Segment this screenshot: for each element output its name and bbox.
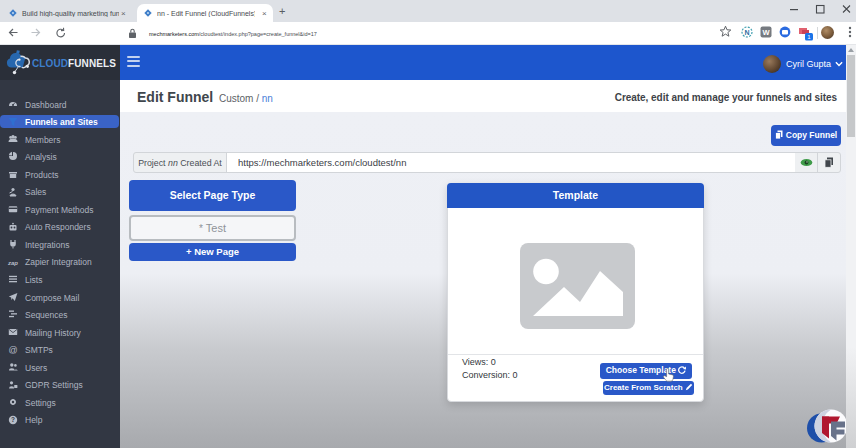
svg-text:N: N bbox=[744, 29, 749, 36]
svg-text:?: ? bbox=[11, 416, 15, 423]
svg-text:W: W bbox=[762, 28, 770, 37]
